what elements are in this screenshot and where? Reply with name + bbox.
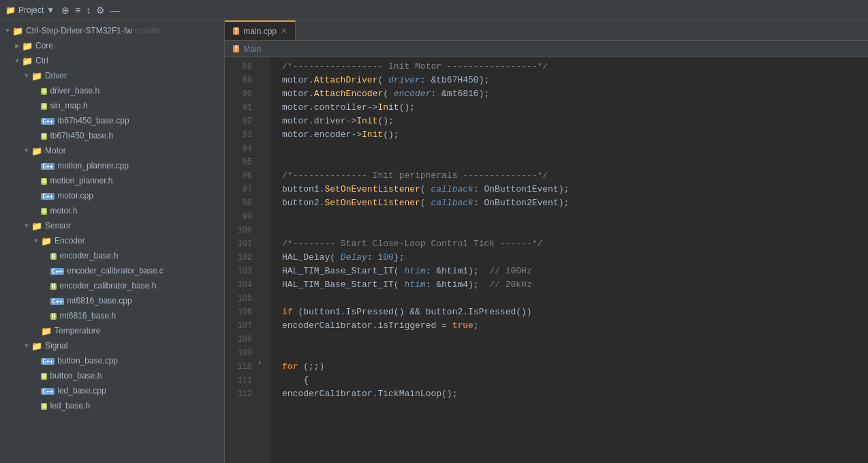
- comment-token: /*-------------- Init peripherals ------…: [282, 169, 548, 183]
- tab-bar: f main.cpp ✕: [225, 20, 868, 41]
- root-folder-icon: 📁: [12, 26, 23, 36]
- gutter-90: [258, 85, 271, 98]
- func-token: Init: [362, 128, 383, 142]
- sidebar-item-encoder[interactable]: ▼📁Encoder: [0, 233, 224, 248]
- normal-token: : &tb67H450);: [420, 74, 489, 87]
- chevron-core: ▶: [12, 42, 22, 49]
- label-led_base_h: led_base.h: [50, 401, 90, 410]
- sidebar-item-mt6816_base_h[interactable]: Hmt6816_base.h: [0, 308, 224, 323]
- minimize-icon[interactable]: —: [110, 5, 120, 16]
- label-core: Core: [35, 41, 53, 50]
- add-icon[interactable]: ⊕: [61, 5, 69, 16]
- icon-led_base_h: H: [41, 402, 47, 410]
- icon-sin_map_h: H: [41, 102, 47, 110]
- gutter-106: [258, 303, 271, 316]
- gutter-105: [258, 289, 271, 303]
- chevron-encoder: ▼: [31, 237, 41, 244]
- line-num-97: 97: [230, 183, 252, 196]
- icon-motor_cpp: C++: [41, 192, 55, 200]
- label-motor_cpp: motor.cpp: [57, 191, 93, 200]
- normal-token: ;: [474, 319, 479, 333]
- normal-token: (: [420, 196, 431, 210]
- root-label: Ctrl-Step-Driver-STM32F1-fw: [26, 26, 132, 35]
- sidebar-item-driver_base_h[interactable]: Hdriver_base.h: [0, 83, 224, 98]
- icon-motion_planner_cpp: C++: [41, 162, 55, 170]
- line-num-109: 109: [230, 346, 252, 360]
- label-encoder: Encoder: [55, 236, 85, 245]
- root-path: I:\onWo: [135, 27, 161, 35]
- sidebar-item-ctrl[interactable]: ▼📁Ctrl: [0, 53, 224, 68]
- func-token: AttachEncoder: [314, 87, 383, 101]
- breadcrumb-bar: f Main: [225, 41, 868, 57]
- normal-token: (;;): [298, 360, 324, 374]
- sidebar-tree: ▶📁Core▼📁Ctrl▼📁DriverHdriver_base.hHsin_m…: [0, 38, 224, 413]
- sort-icon[interactable]: ↕: [86, 5, 91, 16]
- sidebar-item-led_base_h[interactable]: Hled_base.h: [0, 398, 224, 413]
- code-line-102: HAL_Delay( Delay: 100};: [282, 251, 868, 265]
- sidebar-root[interactable]: ▼ 📁 Ctrl-Step-Driver-STM32F1-fw I:\onWo: [0, 23, 224, 38]
- sidebar-item-led_base_cpp[interactable]: C++led_base.cpp: [0, 383, 224, 398]
- code-line-98: button2.SetOnEventListener( callback: On…: [282, 196, 868, 210]
- sidebar-item-signal[interactable]: ▼📁Signal: [0, 338, 224, 353]
- line-num-101: 101: [230, 237, 252, 251]
- sidebar-item-encoder_calibrator_base_c[interactable]: C++encoder_calibrator_base.c: [0, 263, 224, 278]
- tab-label: main.cpp: [243, 27, 277, 36]
- gutter-111: [258, 371, 271, 385]
- code-editor[interactable]: 8889909192939495969798991001011021031041…: [225, 57, 868, 463]
- sidebar-item-motion_planner_cpp[interactable]: C++motion_planner.cpp: [0, 158, 224, 173]
- gutter-107: [258, 316, 271, 330]
- sidebar-item-tb67h450_base_h[interactable]: Htb67h450_base.h: [0, 128, 224, 143]
- icon-sensor: 📁: [31, 221, 42, 231]
- bookmark-icon: ⬇: [258, 359, 262, 367]
- code-line-89: motor.AttachDriver( driver: &tb67H450);: [282, 74, 868, 87]
- list-icon[interactable]: ≡: [75, 5, 80, 16]
- chevron-motor: ▼: [22, 147, 31, 154]
- sidebar-item-mt6816_base_cpp[interactable]: C++mt6816_base.cpp: [0, 293, 224, 308]
- normal-token: : &htim1);: [426, 265, 490, 278]
- sidebar-item-motor_h[interactable]: Hmotor.h: [0, 203, 224, 218]
- sidebar-item-core[interactable]: ▶📁Core: [0, 38, 224, 53]
- sidebar-item-button_base_h[interactable]: Hbutton_base.h: [0, 368, 224, 383]
- icon-motion_planner_h: H: [41, 177, 47, 185]
- line-num-100: 100: [230, 224, 252, 237]
- line-num-112: 112: [230, 387, 252, 401]
- dropdown-arrow[interactable]: ▼: [46, 5, 55, 15]
- sidebar-item-encoder_base_h[interactable]: Hencoder_base.h: [0, 248, 224, 263]
- sidebar-item-temperature[interactable]: 📁Temperature: [0, 323, 224, 338]
- code-line-103: HAL_TIM_Base_Start_IT( htim: &htim1); //…: [282, 265, 868, 278]
- settings-icon[interactable]: ⚙: [96, 5, 105, 16]
- sidebar-item-sin_map_h[interactable]: Hsin_map.h: [0, 98, 224, 113]
- sidebar-item-sensor[interactable]: ▼📁Sensor: [0, 218, 224, 233]
- line-num-90: 90: [230, 87, 252, 101]
- chevron-signal: ▼: [22, 342, 31, 349]
- label-sin_map_h: sin_map.h: [50, 101, 87, 110]
- normal-token: motor.encoder->: [282, 128, 362, 142]
- project-icon: 📁: [5, 5, 16, 15]
- gutter-95: [258, 153, 271, 166]
- line-num-111: 111: [230, 374, 252, 387]
- label-led_base_cpp: led_base.cpp: [57, 386, 106, 395]
- sidebar-item-motor_cpp[interactable]: C++motor.cpp: [0, 188, 224, 203]
- normal-token: ();: [377, 115, 393, 128]
- label-motion_planner_cpp: motion_planner.cpp: [57, 161, 129, 170]
- comment-token: // 20kHz: [489, 278, 531, 292]
- normal-token: (button1.IsPressed() && button2.IsPresse…: [293, 305, 532, 319]
- num-token: 100: [377, 251, 393, 265]
- icon-tb67h450_base_h: H: [41, 132, 47, 140]
- breadcrumb-label: Main: [243, 44, 261, 54]
- line-num-99: 99: [230, 210, 252, 224]
- sidebar-item-motion_planner_h[interactable]: Hmotion_planner.h: [0, 173, 224, 188]
- line-num-92: 92: [230, 115, 252, 128]
- icon-signal: 📁: [31, 341, 42, 351]
- sidebar-item-button_base_cpp[interactable]: C++button_base.cpp: [0, 353, 224, 368]
- gutter-98: [258, 194, 271, 207]
- sidebar-item-encoder_calibrator_base_h[interactable]: Hencoder_calibrator_base.h: [0, 278, 224, 293]
- icon-tb67h450_base_cpp: C++: [41, 117, 55, 125]
- icon-encoder_base_h: H: [50, 252, 57, 260]
- sidebar-item-driver[interactable]: ▼📁Driver: [0, 68, 224, 83]
- sidebar-item-motor[interactable]: ▼📁Motor: [0, 143, 224, 158]
- label-motor: Motor: [45, 146, 66, 155]
- tab-close-icon[interactable]: ✕: [281, 27, 287, 35]
- sidebar-item-tb67h450_base_cpp[interactable]: C++tb67h450_base.cpp: [0, 113, 224, 128]
- tab-main-cpp[interactable]: f main.cpp ✕: [225, 20, 296, 40]
